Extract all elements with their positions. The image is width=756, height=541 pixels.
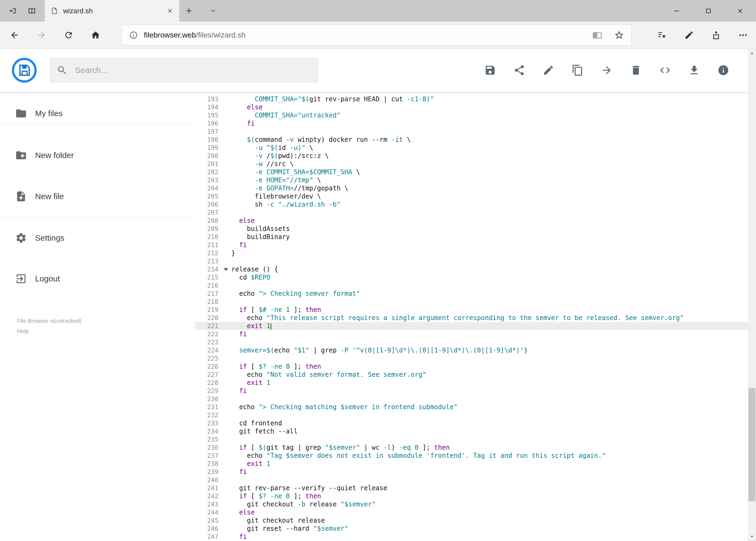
code-line[interactable]: 245 git checkout release [195, 516, 748, 525]
new-tab-button[interactable] [182, 4, 195, 17]
code-line[interactable]: 237 echo "Tag $semver does not exist in … [195, 452, 748, 460]
home-button[interactable] [86, 26, 105, 44]
code-line[interactable]: 207 [195, 209, 748, 217]
move-button[interactable] [601, 64, 613, 76]
code-line[interactable]: 217 echo "> Checking semver format" [195, 289, 748, 297]
code-line[interactable]: 225 [195, 354, 748, 362]
code-line[interactable]: 203 -e HOME="//tmp" \ [195, 176, 748, 184]
code-line[interactable]: 228 exit 1 [195, 379, 748, 387]
rename-button[interactable] [543, 64, 554, 76]
browser-tab[interactable]: wizard.sh [45, 0, 179, 22]
code-line[interactable]: 211 fi [195, 241, 748, 249]
code-line[interactable]: 213 [195, 257, 748, 265]
code-line[interactable]: 199 -u "$(id -u)" \ [195, 144, 748, 152]
code-line[interactable]: 226 if [ $? -ne 0 ]; then [195, 362, 748, 370]
search-input[interactable] [75, 66, 312, 75]
code-line[interactable]: 212} [195, 249, 748, 257]
filebrowser-logo-icon[interactable] [11, 57, 38, 84]
tab-previews-button[interactable] [25, 4, 38, 17]
copy-button[interactable] [572, 64, 584, 76]
code-line[interactable]: 247 fi [195, 533, 748, 541]
add-favorite-icon[interactable] [614, 30, 624, 40]
share-page-button[interactable] [707, 26, 725, 44]
code-line[interactable]: 196 fi [195, 119, 748, 128]
code-line[interactable]: 194 else [195, 103, 748, 111]
code-line[interactable]: 206 sh -c "./wizard.sh -b" [195, 201, 748, 209]
help-link[interactable]: Help [17, 328, 82, 334]
search-bar[interactable] [50, 58, 319, 83]
code-line[interactable]: 193 COMMIT_SHA="$(git rev-parse HEAD | c… [195, 95, 748, 103]
code-line[interactable]: 232 [195, 411, 748, 419]
code-line[interactable]: 216 [195, 281, 748, 289]
code-line[interactable]: 241 git rev-parse --verify --quiet relea… [195, 484, 748, 492]
info-button[interactable] [717, 64, 729, 76]
code-line[interactable]: 209 buildAssets [195, 225, 748, 233]
forward-button[interactable] [32, 26, 51, 44]
code-line[interactable]: 197 [195, 128, 748, 136]
code-line[interactable]: 220 echo "This release script requires a… [195, 314, 748, 322]
code-line[interactable]: 200 -v /$(pwd):/src:z \ [195, 152, 748, 160]
code-editor[interactable]: 193 COMMIT_SHA="$(git rev-parse HEAD | c… [195, 92, 748, 541]
code-line[interactable]: 227 echo "Not valid semver format. See s… [195, 370, 748, 379]
sidebar-item-new-folder[interactable]: New folder [0, 145, 195, 166]
sidebar-item-logout[interactable]: Logout [0, 269, 195, 289]
code-line[interactable]: 218 [195, 297, 748, 306]
set-tabs-aside-button[interactable] [6, 4, 19, 17]
code-line[interactable]: 236 if [ $(git tag | grep "$semver" | wc… [195, 443, 748, 452]
code-line[interactable]: 204 -e GOPATH=//tmp/gopath \ [195, 184, 748, 192]
code-line[interactable]: 198 $(command -v winpty) docker run --rm… [195, 136, 748, 144]
code-line[interactable]: 224 semver=$(echo "$1" | grep -P '^v(0|[… [195, 346, 748, 354]
tab-close-icon[interactable] [167, 8, 173, 14]
raw-view-button[interactable] [659, 64, 671, 76]
tab-preview-toggle[interactable] [207, 4, 220, 17]
code-line[interactable]: 201 -w //src \ [195, 160, 748, 168]
reading-view-icon[interactable] [593, 30, 602, 40]
sidebar-item-new-file[interactable]: New file [0, 186, 195, 207]
page-scrollbar[interactable] [748, 49, 756, 541]
site-info-icon[interactable] [129, 31, 138, 39]
code-line[interactable]: 222 fi [195, 330, 748, 338]
code-line[interactable]: 238 exit 1 [195, 460, 748, 468]
code-line[interactable]: 234 git fetch --all [195, 427, 748, 435]
scroll-down-button[interactable] [748, 532, 756, 541]
code-line[interactable]: 202 -e COMMIT_SHA=$COMMIT_SHA \ [195, 168, 748, 176]
code-line[interactable]: 214release () { [195, 265, 748, 273]
scrollbar-thumb[interactable] [748, 388, 755, 501]
sidebar-item-settings[interactable]: Settings [0, 228, 195, 248]
refresh-button[interactable] [59, 26, 78, 44]
more-options-button[interactable] [734, 26, 752, 44]
share-button[interactable] [513, 64, 525, 76]
code-line[interactable]: 244 else [195, 508, 748, 516]
code-line[interactable]: 242 if [ $? -ne 0 ]; then [195, 492, 748, 500]
delete-button[interactable] [630, 64, 642, 76]
code-line[interactable]: 205 filebrowser/dev \ [195, 192, 748, 201]
code-line[interactable]: 230 [195, 395, 748, 403]
code-line[interactable]: 229 fi [195, 387, 748, 395]
code-line[interactable]: 210 buildBinary [195, 233, 748, 241]
code-line[interactable]: 246 git reset --hard "$semver" [195, 525, 748, 533]
close-button[interactable] [724, 0, 756, 22]
web-note-button[interactable] [680, 26, 698, 44]
code-line[interactable]: 239 fi [195, 468, 748, 476]
code-line[interactable]: 240 [195, 476, 748, 484]
save-button[interactable] [484, 64, 496, 76]
code-line[interactable]: 195 COMMIT_SHA="untracked" [195, 111, 748, 119]
scroll-up-button[interactable] [748, 49, 756, 58]
code-line[interactable]: 223 [195, 338, 748, 346]
code-line[interactable]: 215 cd $REPO [195, 273, 748, 281]
minimize-button[interactable] [660, 0, 692, 22]
code-line[interactable]: 231 echo "> Checking matching $semver in… [195, 403, 748, 411]
code-line[interactable]: 219 if [ $# -ne 1 ]; then [195, 306, 748, 314]
code-line[interactable]: 221 exit 1 [195, 322, 748, 330]
code-line[interactable]: 235 [195, 435, 748, 443]
download-button[interactable] [688, 64, 700, 76]
address-bar[interactable]: filebrowser.web/files/wizard.sh [122, 25, 631, 46]
code-line[interactable]: 243 git checkout -b release "$semver" [195, 500, 748, 508]
back-button[interactable] [5, 26, 24, 44]
code-line[interactable]: 233 cd frontend [195, 419, 748, 427]
sidebar-item-my-files[interactable]: My files [0, 103, 195, 124]
maximize-button[interactable] [692, 0, 724, 22]
fold-marker-icon[interactable] [224, 268, 228, 271]
favorites-hub-button[interactable] [653, 26, 671, 44]
code-line[interactable]: 208 else [195, 217, 748, 225]
